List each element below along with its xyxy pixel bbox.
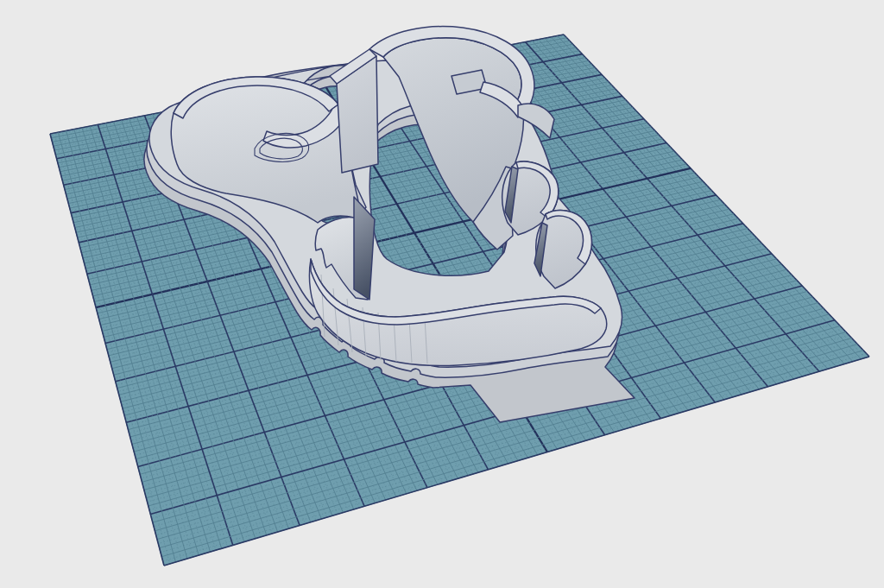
scene-svg[interactable]: [0, 0, 884, 588]
viewport: [0, 0, 884, 588]
